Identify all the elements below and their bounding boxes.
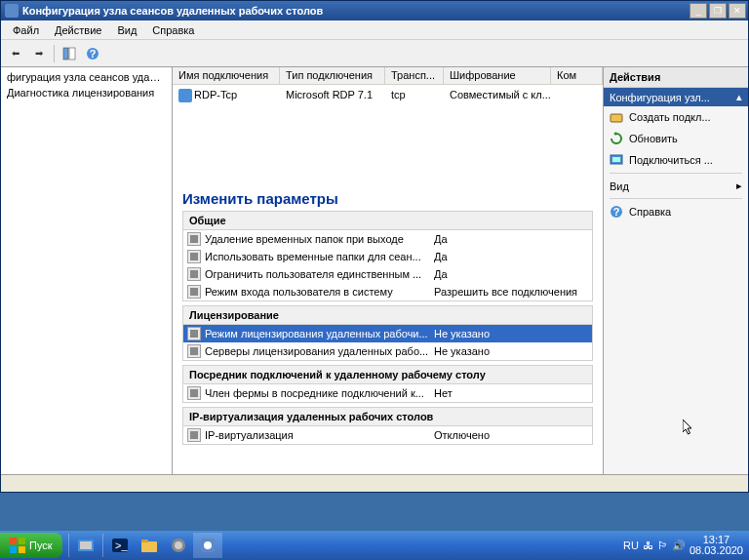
statusbar [1,474,748,492]
menubar: Файл Действие Вид Справка [1,20,748,40]
setting-restrict-user[interactable]: Ограничить пользователя единственным ...… [183,265,592,283]
chevron-right-icon: ▸ [736,180,742,192]
section-ipvirt-header: IP-виртуализация удаленных рабочих столо… [183,408,592,426]
tree-item-config[interactable]: фигурация узла сеансов удаленны [3,69,170,85]
action-view[interactable]: Вид▸ [604,176,748,196]
action-help[interactable]: ?Справка [604,201,748,222]
show-hide-button[interactable] [59,43,80,64]
svg-rect-10 [19,538,25,544]
col-name[interactable]: Имя подключения [173,67,280,84]
setting-icon [187,250,201,263]
refresh-icon [610,132,623,145]
actions-context[interactable]: Конфигурация узл...▴ [604,88,748,106]
action-connect[interactable]: Подключиться ... [604,149,748,171]
maximize-button[interactable]: ❐ [709,3,727,19]
section-general-header: Общие [183,212,592,230]
start-button[interactable]: Пуск [0,533,62,558]
setting-icon [187,327,201,340]
svg-text:?: ? [613,206,620,218]
col-type[interactable]: Тип подключения [280,67,385,84]
help-button[interactable]: ? [82,43,103,64]
system-tray: RU 🖧 🏳 🔊 13:17 08.03.2020 [623,535,749,556]
clock[interactable]: 13:17 08.03.2020 [690,535,743,556]
section-licensing: Лицензирование Режим лицензирования удал… [182,305,593,361]
connections-header: Имя подключения Тип подключения Трансп..… [173,67,603,85]
close-button[interactable]: ✕ [729,3,746,19]
main-window: Конфигурация узла сеансов удаленных рабо… [0,0,749,493]
setting-icon [187,344,201,358]
titlebar[interactable]: Конфигурация узла сеансов удаленных рабо… [1,1,748,20]
section-broker-header: Посредник подключений к удаленному рабоч… [183,366,592,384]
minimize-button[interactable]: _ [690,3,707,19]
setting-farm-member[interactable]: Член фермы в посреднике подключений к...… [183,384,592,402]
svg-rect-14 [80,541,92,549]
svg-rect-11 [10,546,17,553]
language-indicator[interactable]: RU [623,540,639,551]
setting-temp-use[interactable]: Использовать временные папки для сеан...… [183,248,592,265]
section-broker: Посредник подключений к удаленному рабоч… [182,365,593,403]
setting-logon-mode[interactable]: Режим входа пользователя в системуРазреш… [183,283,592,300]
setting-licensing-mode[interactable]: Режим лицензирования удаленных рабочи...… [183,325,592,342]
setting-icon [187,285,201,299]
window-title: Конфигурация узла сеансов удаленных рабо… [22,5,690,17]
tree-item-licensing[interactable]: Диагностика лицензирования [3,85,170,100]
settings-area: Изменить параметры Общие Удаление времен… [173,184,603,492]
col-transport[interactable]: Трансп... [385,67,444,84]
connection-icon [178,89,192,102]
svg-rect-1 [69,48,75,60]
setting-licensing-servers[interactable]: Серверы лицензирования удаленных рабо...… [183,342,592,360]
svg-rect-0 [63,48,68,60]
app-icon [5,4,19,18]
tray-icon-2[interactable]: 🏳 [657,540,668,551]
tree-pane: фигурация узла сеансов удаленны Диагност… [1,67,173,492]
section-licensing-header: Лицензирование [183,306,592,325]
svg-rect-9 [10,538,17,544]
help-icon: ? [610,205,623,219]
svg-rect-18 [141,540,148,542]
toolbar: ⬅ ➡ ? [1,40,748,67]
actions-pane: Действия Конфигурация узл...▴ Создать по… [604,67,748,492]
back-button[interactable]: ⬅ [5,43,26,64]
setting-temp-delete[interactable]: Удаление временных папок при выходеДа [183,230,592,248]
action-create-connection[interactable]: Создать подкл... [604,106,748,128]
svg-rect-17 [141,541,157,552]
desktop[interactable] [0,493,749,531]
task-rds-config[interactable] [193,533,222,558]
section-ipvirt: IP-виртуализация удаленных рабочих столо… [182,407,593,445]
task-app1[interactable] [164,533,193,558]
connect-icon [610,153,623,167]
conn-type: Microsoft RDP 7.1 [280,87,385,104]
conn-transport: tcp [385,87,444,104]
forward-button[interactable]: ➡ [28,43,50,64]
main-area: фигурация узла сеансов удаленны Диагност… [1,67,748,492]
menu-view[interactable]: Вид [109,22,144,38]
col-com[interactable]: Ком [551,67,603,84]
connection-row[interactable]: RDP-Tcp Microsoft RDP 7.1 tcp Совместимы… [173,85,603,106]
setting-icon [187,428,201,442]
svg-point-20 [175,541,182,549]
setting-icon [187,386,201,400]
svg-rect-12 [19,546,25,553]
svg-text:>_: >_ [115,540,128,551]
actions-header: Действия [604,67,748,88]
setting-icon [187,232,201,246]
menu-help[interactable]: Справка [144,22,202,38]
svg-point-22 [204,541,212,549]
task-explorer[interactable] [135,533,164,558]
task-powershell[interactable]: >_ [105,533,135,558]
conn-name: RDP-Tcp [194,89,237,100]
menu-file[interactable]: Файл [5,22,47,38]
tray-icon-1[interactable]: 🖧 [643,540,653,551]
tray-icon-3[interactable]: 🔊 [672,540,686,552]
settings-title: Изменить параметры [182,190,593,207]
create-connection-icon [610,110,623,124]
windows-logo-icon [10,538,25,553]
setting-ip-virtualization[interactable]: IP-виртуализацияОтключено [183,426,592,444]
taskbar: Пуск >_ RU 🖧 🏳 🔊 13:17 08.03.2020 [0,531,749,560]
action-refresh[interactable]: Обновить [604,128,748,149]
menu-action[interactable]: Действие [47,22,109,38]
section-general: Общие Удаление временных папок при выход… [182,211,593,301]
col-encryption[interactable]: Шифрование [444,67,551,84]
task-server-manager[interactable] [71,533,100,558]
svg-rect-6 [612,157,620,162]
